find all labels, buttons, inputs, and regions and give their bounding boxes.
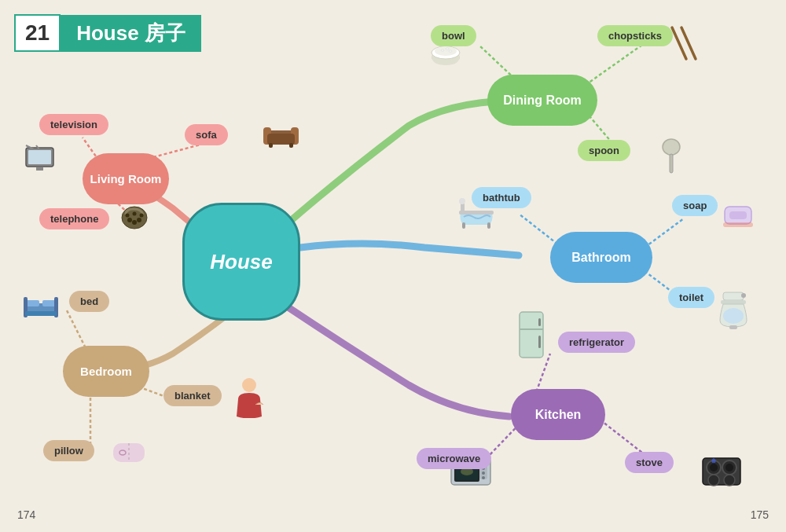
svg-rect-24 — [269, 143, 273, 148]
svg-rect-68 — [538, 318, 541, 326]
pillow-bubble: pillow — [43, 440, 94, 461]
bed-icon — [22, 289, 60, 323]
svg-rect-57 — [487, 222, 490, 229]
kitchen-bubble: Kitchen — [511, 389, 605, 440]
svg-point-55 — [459, 198, 465, 204]
svg-point-48 — [449, 50, 452, 52]
stove-icon — [701, 452, 742, 490]
page-number-right: 175 — [751, 508, 769, 521]
microwave-bubble: microwave — [417, 448, 491, 469]
svg-point-28 — [132, 220, 137, 225]
svg-point-51 — [663, 139, 680, 155]
svg-rect-52 — [670, 154, 673, 173]
svg-point-80 — [710, 464, 718, 471]
svg-rect-16 — [28, 150, 51, 164]
svg-rect-17 — [36, 167, 43, 171]
television-icon — [22, 141, 57, 177]
svg-rect-25 — [289, 143, 293, 148]
svg-point-65 — [741, 293, 746, 298]
svg-point-45 — [435, 46, 457, 56]
svg-point-82 — [725, 464, 733, 471]
svg-point-39 — [242, 378, 256, 392]
soap-icon — [722, 200, 755, 233]
svg-point-47 — [446, 48, 449, 50]
svg-line-10 — [645, 218, 684, 248]
refrigerator-bubble: refrigerator — [558, 332, 635, 353]
bed-bubble: bed — [69, 291, 109, 312]
pillow-icon — [110, 438, 148, 471]
dining-room-bubble: Dining Room — [487, 75, 597, 126]
svg-point-31 — [133, 212, 137, 216]
svg-rect-38 — [25, 311, 57, 316]
svg-rect-61 — [723, 292, 744, 300]
telephone-icon — [118, 203, 151, 237]
title-box: 21 House 房子 — [14, 14, 201, 52]
svg-line-7 — [586, 43, 645, 85]
living-room-bubble: Living Room — [83, 153, 169, 204]
center-circle: House — [182, 203, 300, 321]
television-bubble: television — [39, 114, 108, 135]
toilet-bubble: toilet — [668, 287, 714, 308]
svg-point-83 — [708, 475, 719, 486]
svg-point-29 — [137, 218, 141, 222]
svg-point-63 — [723, 308, 744, 324]
bowl-bubble: bowl — [431, 25, 476, 46]
page-number-left: 174 — [17, 508, 35, 521]
svg-rect-56 — [462, 222, 465, 229]
svg-rect-59 — [729, 211, 747, 219]
sofa-icon — [259, 119, 303, 153]
svg-rect-69 — [538, 336, 541, 348]
svg-rect-23 — [267, 134, 295, 145]
refrigerator-icon — [515, 310, 548, 364]
svg-point-27 — [127, 218, 132, 222]
lesson-title: House 房子 — [61, 15, 201, 52]
spoon-bubble: spoon — [578, 140, 630, 161]
sofa-bubble: sofa — [185, 124, 228, 145]
blanket-icon — [232, 377, 267, 422]
spoon-icon — [656, 138, 686, 179]
svg-point-46 — [441, 50, 444, 51]
lesson-number: 21 — [14, 14, 61, 52]
svg-rect-60 — [723, 222, 753, 227]
stove-bubble: stove — [625, 452, 674, 473]
blanket-bubble: blanket — [163, 385, 222, 406]
svg-point-32 — [140, 214, 144, 218]
svg-point-76 — [482, 476, 485, 479]
bathtub-bubble: bathtub — [472, 187, 531, 208]
svg-point-30 — [126, 214, 130, 218]
svg-rect-62 — [721, 300, 746, 304]
svg-point-84 — [724, 475, 735, 486]
bathroom-bubble: Bathroom — [550, 232, 652, 283]
soap-bubble: soap — [672, 195, 718, 216]
chopsticks-bubble: chopsticks — [597, 25, 673, 46]
page-container: 21 House 房子 House Living Room Bedroom Di… — [0, 0, 786, 532]
svg-point-75 — [482, 471, 485, 475]
bedroom-bubble: Bedroom — [63, 346, 149, 397]
telephone-bubble: telephone — [39, 208, 109, 229]
toilet-icon — [717, 291, 750, 334]
svg-rect-64 — [729, 325, 737, 329]
